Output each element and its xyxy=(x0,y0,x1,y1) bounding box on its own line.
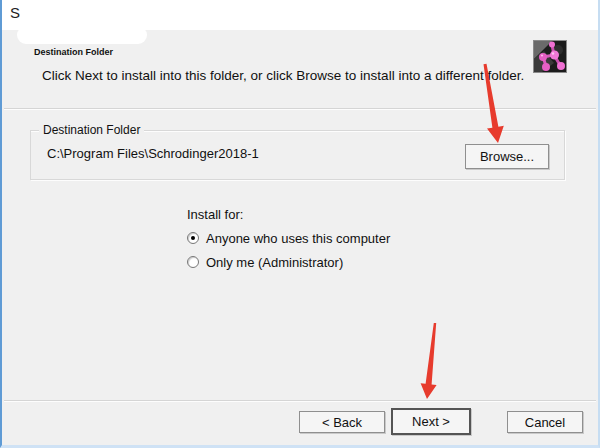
radio-option-only-me[interactable]: Only me (Administrator) xyxy=(187,254,343,270)
radio-option-label: Only me (Administrator) xyxy=(206,255,343,270)
installer-window: S Destination Folder Click Next to insta… xyxy=(0,0,600,448)
cancel-button[interactable]: Cancel xyxy=(507,411,583,433)
footer-separator xyxy=(4,400,596,402)
red-arrow-next-icon xyxy=(421,323,437,399)
destination-folder-groupbox: Destination Folder C:\Program Files\Schr… xyxy=(30,130,565,180)
redaction-blob xyxy=(17,26,147,44)
next-button[interactable]: Next > xyxy=(391,408,471,435)
install-for-label: Install for: xyxy=(187,207,243,222)
groupbox-legend: Destination Folder xyxy=(39,123,144,137)
header-separator xyxy=(4,108,596,110)
browse-button[interactable]: Browse... xyxy=(465,144,549,169)
molecule-thumbnail-image xyxy=(533,40,567,73)
radio-option-anyone[interactable]: Anyone who uses this computer xyxy=(187,230,390,246)
page-section-title: Destination Folder xyxy=(34,47,113,57)
radio-icon[interactable] xyxy=(187,256,199,268)
instruction-text: Click Next to install into this folder, … xyxy=(42,68,524,83)
molecule-icon xyxy=(534,41,566,72)
radio-option-label: Anyone who uses this computer xyxy=(206,231,390,246)
window-title: S xyxy=(10,4,20,21)
back-button[interactable]: < Back xyxy=(299,411,385,433)
radio-icon[interactable] xyxy=(187,232,199,244)
destination-path-text: C:\Program Files\Schrodinger2018-1 xyxy=(47,146,259,161)
